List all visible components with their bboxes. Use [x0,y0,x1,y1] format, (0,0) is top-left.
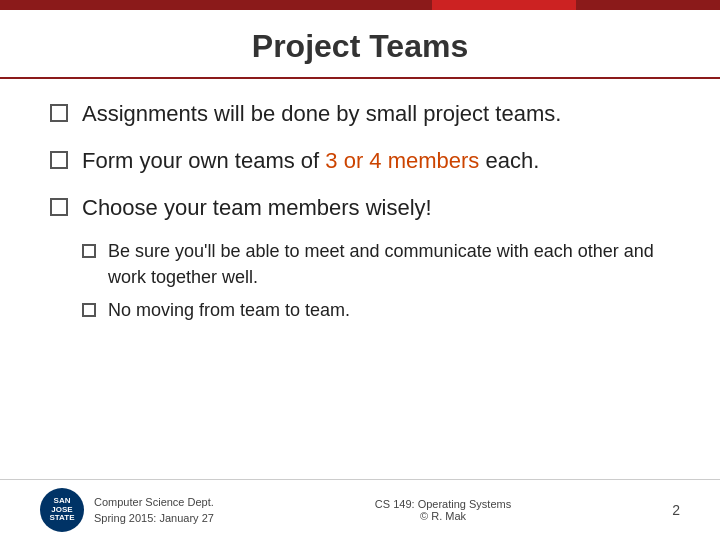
slide: Project Teams Assignments will be done b… [0,0,720,540]
sub-bullet-item-2: No moving from team to team. [82,298,670,323]
highlight-members: 3 or 4 members [325,148,479,173]
bullet-marker-2 [50,151,68,169]
footer-page-number: 2 [672,502,680,518]
sub-bullet-text-1: Be sure you'll be able to meet and commu… [108,239,670,289]
footer-left-text: Computer Science Dept. Spring 2015: Janu… [94,494,214,527]
sub-bullets: Be sure you'll be able to meet and commu… [82,239,670,323]
footer-left: SANJOSESTATE Computer Science Dept. Spri… [40,488,214,532]
bullet-marker-1 [50,104,68,122]
footer-date: Spring 2015: January 27 [94,512,214,524]
top-bar [0,0,720,10]
bullet-marker-3 [50,198,68,216]
sjsu-logo: SANJOSESTATE [40,488,84,532]
footer-dept: Computer Science Dept. [94,496,214,508]
bullet-text-3: Choose your team members wisely! [82,193,432,224]
logo-text: SANJOSESTATE [49,497,74,523]
footer-author: © R. Mak [420,510,466,522]
bullet-item-3: Choose your team members wisely! [50,193,670,224]
slide-content: Assignments will be done by small projec… [0,79,720,479]
slide-footer: SANJOSESTATE Computer Science Dept. Spri… [0,479,720,540]
sub-bullet-item-1: Be sure you'll be able to meet and commu… [82,239,670,289]
bullet-text-1: Assignments will be done by small projec… [82,99,561,130]
bullet-text-2: Form your own teams of 3 or 4 members ea… [82,146,539,177]
bullet-item-1: Assignments will be done by small projec… [50,99,670,130]
sub-bullet-marker-1 [82,244,96,258]
sub-bullet-text-2: No moving from team to team. [108,298,350,323]
sub-bullet-marker-2 [82,303,96,317]
slide-header: Project Teams [0,10,720,79]
footer-course: CS 149: Operating Systems [375,498,511,510]
slide-title: Project Teams [40,28,680,65]
bullet-item-2: Form your own teams of 3 or 4 members ea… [50,146,670,177]
footer-center-text: CS 149: Operating Systems © R. Mak [375,498,511,522]
